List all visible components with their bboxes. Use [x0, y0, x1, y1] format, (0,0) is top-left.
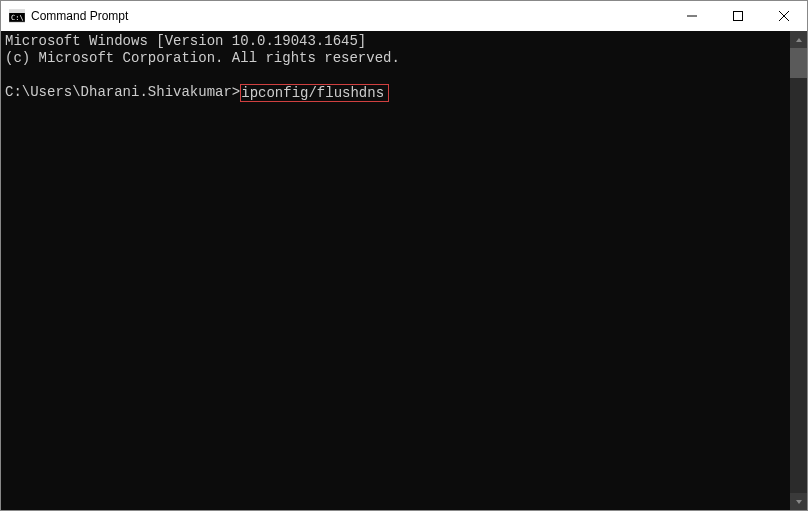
terminal-area: Microsoft Windows [Version 10.0.19043.16…	[1, 31, 807, 510]
command-text: ipconfig/flushdns	[241, 85, 384, 101]
svg-marker-7	[796, 38, 802, 42]
svg-marker-8	[796, 500, 802, 504]
window-title: Command Prompt	[31, 9, 669, 23]
version-line: Microsoft Windows [Version 10.0.19043.16…	[5, 33, 366, 49]
terminal-output[interactable]: Microsoft Windows [Version 10.0.19043.16…	[1, 31, 790, 510]
command-prompt-window: C:\ Command Prompt Microsoft Windows [Ve…	[0, 0, 808, 511]
close-button[interactable]	[761, 1, 807, 31]
window-controls	[669, 1, 807, 31]
svg-rect-4	[734, 12, 743, 21]
scroll-thumb[interactable]	[790, 48, 807, 78]
scroll-track[interactable]	[790, 48, 807, 493]
maximize-button[interactable]	[715, 1, 761, 31]
svg-rect-1	[9, 10, 25, 13]
scroll-up-button[interactable]	[790, 31, 807, 48]
copyright-line: (c) Microsoft Corporation. All rights re…	[5, 50, 400, 66]
minimize-button[interactable]	[669, 1, 715, 31]
svg-text:C:\: C:\	[11, 14, 24, 22]
vertical-scrollbar[interactable]	[790, 31, 807, 510]
app-icon: C:\	[9, 8, 25, 24]
prompt-text: C:\Users\Dharani.Shivakumar>	[5, 84, 240, 100]
command-highlight: ipconfig/flushdns	[240, 84, 389, 102]
scroll-down-button[interactable]	[790, 493, 807, 510]
titlebar[interactable]: C:\ Command Prompt	[1, 1, 807, 31]
